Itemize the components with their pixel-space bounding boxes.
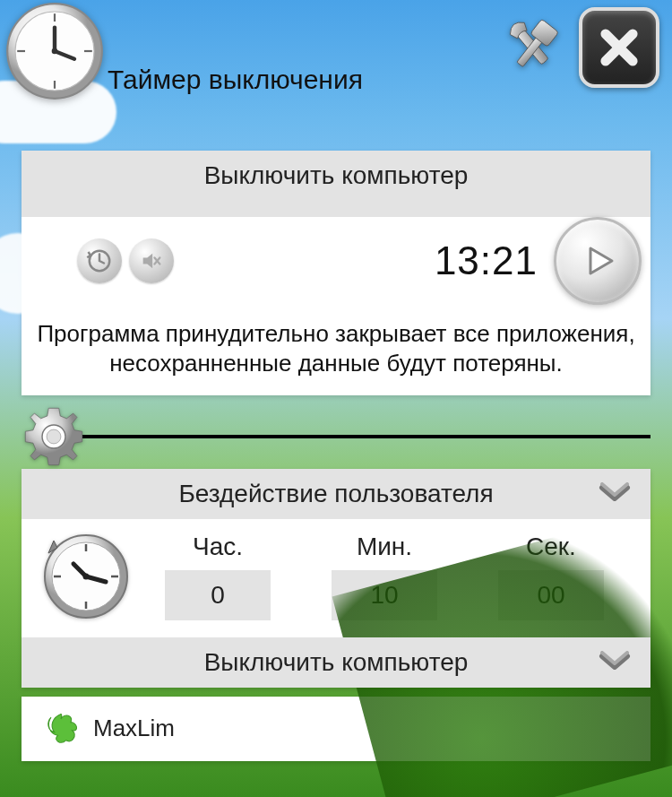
condition-dropdown[interactable]: Бездействие пользователя: [22, 469, 650, 519]
action-label: Выключить компьютер: [204, 648, 469, 677]
current-action-label: Выключить компьютер: [22, 151, 650, 217]
svg-point-23: [83, 573, 90, 579]
brand-logo-icon: [41, 709, 81, 749]
condition-label: Бездействие пользователя: [178, 480, 493, 508]
app-title: Таймер выключения: [108, 65, 363, 95]
minutes-label: Мин.: [305, 533, 464, 561]
brand-name: MaxLim: [93, 715, 175, 742]
gear-icon[interactable]: [22, 404, 86, 469]
chevron-down-icon: [599, 482, 631, 506]
app-clock-icon: [5, 2, 104, 100]
start-button[interactable]: [554, 217, 642, 305]
divider: [82, 435, 650, 438]
main-panel: Выключить компьютер 13:21 Программа прин…: [22, 151, 650, 395]
scheduled-time: 13:21: [435, 238, 538, 283]
mute-icon[interactable]: [129, 238, 174, 283]
hours-label: Час.: [138, 533, 297, 561]
clock-icon: [41, 532, 131, 621]
hours-input[interactable]: 0: [165, 570, 271, 620]
settings-tools-icon[interactable]: [493, 7, 573, 88]
action-dropdown[interactable]: Выключить компьютер: [22, 637, 650, 688]
timer-mode-icon[interactable]: [77, 238, 122, 283]
chevron-down-icon: [599, 651, 631, 674]
close-button[interactable]: [579, 7, 659, 88]
warning-text: Программа принудительно закрывает все пр…: [22, 310, 650, 395]
svg-point-14: [47, 429, 61, 444]
svg-point-8: [52, 48, 58, 55]
